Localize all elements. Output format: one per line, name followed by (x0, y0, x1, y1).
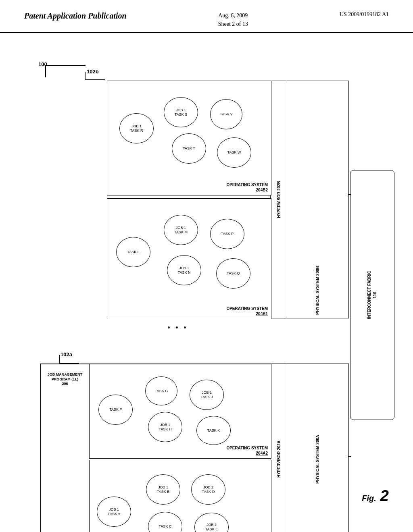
circle-task-r: JOB 1TASK R (119, 113, 154, 143)
circle-task-e: JOB 2TASK E (194, 513, 229, 532)
node-102a-outer-box: JOB MANAGEMENTPROGRAM (LL)206 RUNTIME (P… (40, 364, 271, 532)
circle-task-b: JOB 1TASK B (146, 474, 180, 505)
diagram-area: 100 102b PHYSICAL SYSTEM 200B HYPERVISOR… (0, 33, 413, 525)
physical-system-200b-box: PHYSICAL SYSTEM 200B (286, 81, 349, 318)
page-header: Patent Application Publication Aug. 6, 2… (0, 0, 413, 33)
circle-task-j: JOB 1TASK J (190, 380, 224, 410)
hypervisor-202a-box: HYPERVISOR 202A (270, 364, 287, 532)
circle-task-g: TASK G (145, 376, 177, 405)
header-sheet: Sheet 2 of 13 (218, 21, 248, 27)
circle-task-f: TASK F (98, 395, 133, 425)
physical-system-200a-box: PHYSICAL SYSTEM 200A (286, 364, 349, 532)
interconnect-fabric-box: INTERCONNECT FABRIC110 (350, 170, 394, 420)
hypervisor-202a-label: HYPERVISOR 202A (271, 364, 287, 532)
hypervisor-202b-text: HYPERVISOR 202B (277, 181, 281, 218)
bracket-102a-v (59, 355, 60, 364)
job-mgmt-box: JOB MANAGEMENTPROGRAM (LL)206 (41, 364, 89, 532)
circle-task-q: TASK Q (216, 258, 250, 289)
physical-system-200b-label: PHYSICAL SYSTEM 200B (287, 266, 348, 315)
interconnect-fabric-text: INTERCONNECT FABRIC110 (367, 271, 378, 319)
label-102a: 102a (60, 351, 72, 357)
circle-task-h: JOB 1TASK H (148, 412, 182, 442)
circle-task-c: TASK C (148, 512, 182, 532)
job-mgmt-label: JOB MANAGEMENTPROGRAM (LL)206 (43, 372, 87, 387)
bracket-100-h (45, 65, 86, 66)
os-204b1-box: OPERATING SYSTEM204B1 TASK L JOB 1TASK M… (107, 198, 271, 319)
physical-system-200b-text: PHYSICAL SYSTEM 200B (315, 266, 320, 315)
dots-separator: • • • (167, 323, 188, 332)
os-204b2-label: OPERATING SYSTEM204B2 (226, 182, 268, 193)
physical-system-200a-text: PHYSICAL SYSTEM 200A (315, 435, 320, 484)
os-204a1-box: OPERATING SYSTEM204A1 JOB 1TASK A JOB 1T… (89, 460, 271, 532)
circle-task-k: TASK K (196, 416, 231, 445)
circle-task-nb: JOB 1TASK N (167, 255, 201, 285)
connect-line-2 (348, 456, 351, 457)
circle-task-d: JOB 2TASK D (191, 474, 225, 505)
circle-task-l: TASK L (116, 237, 150, 267)
physical-system-200a-label: PHYSICAL SYSTEM 200A (287, 364, 348, 532)
bracket-100-v (45, 65, 46, 77)
header-center: Aug. 6, 2009 Sheet 2 of 13 (218, 11, 248, 28)
hypervisor-202b-box: HYPERVISOR 202B (270, 81, 287, 318)
hypervisor-202b-label: HYPERVISOR 202B (271, 81, 287, 318)
interconnect-fabric-label: INTERCONNECT FABRIC110 (367, 271, 378, 319)
os-204a2-box: OPERATING SYSTEM204A2 TASK F TASK G JOB … (89, 364, 271, 459)
circle-task-v: TASK V (210, 99, 242, 129)
publication-title: Patent Application Publication (24, 11, 127, 21)
fig-label: Fig. 2 (362, 487, 389, 505)
bracket-102b-v (85, 72, 86, 80)
os-204a2-label: OPERATING SYSTEM204A2 (226, 445, 268, 456)
label-102b: 102b (87, 69, 99, 75)
circle-task-t: TASK T (172, 133, 206, 164)
circle-task-w: TASK W (217, 137, 251, 168)
os-204b2-box: OPERATING SYSTEM204B2 JOB 1TASK R JOB 1T… (107, 81, 271, 195)
circle-task-p: TASK P (210, 219, 244, 249)
circle-task-m: JOB 1TASK M (164, 215, 198, 245)
bracket-102b-h (85, 79, 105, 80)
hypervisor-202a-text: HYPERVISOR 202A (277, 441, 281, 478)
circle-task-a: JOB 1TASK A (97, 497, 131, 527)
os-204b1-label: OPERATING SYSTEM204B1 (226, 306, 268, 316)
patent-number: US 2009/0199182 A1 (340, 11, 389, 18)
header-date: Aug. 6, 2009 (218, 12, 248, 19)
connect-line-1 (348, 194, 351, 195)
circle-task-s: JOB 1TASK S (164, 97, 198, 127)
